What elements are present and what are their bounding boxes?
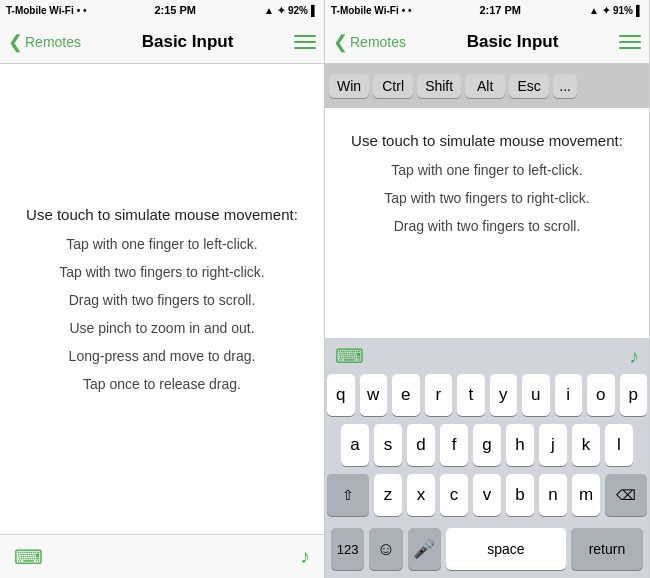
left-panel: T-Mobile Wi-Fi • • 2:15 PM ▲ ✦ 92% ▌ ❮ R… bbox=[0, 0, 325, 578]
right-bluetooth-icon: ✦ bbox=[602, 5, 610, 16]
key-m[interactable]: m bbox=[572, 474, 600, 516]
right-chevron-icon: ❮ bbox=[333, 31, 348, 53]
left-status-right: ▲ ✦ 92% ▌ bbox=[264, 5, 318, 16]
kb-row-1: q w e r t y u i o p bbox=[327, 374, 647, 416]
mod-shift[interactable]: Shift bbox=[417, 74, 461, 98]
left-bottom-bar: ⌨ ♪ bbox=[0, 534, 324, 578]
key-b[interactable]: b bbox=[506, 474, 534, 516]
key-y[interactable]: y bbox=[490, 374, 518, 416]
numbers-key[interactable]: 123 bbox=[331, 528, 364, 570]
left-chevron-icon: ❮ bbox=[8, 31, 23, 53]
left-line-0: Use touch to simulate mouse movement: bbox=[26, 200, 298, 230]
right-content: Use touch to simulate mouse movement: Ta… bbox=[325, 108, 649, 338]
right-line-2: Tap with two fingers to right-click. bbox=[384, 184, 589, 212]
key-w[interactable]: w bbox=[360, 374, 388, 416]
right-line-0: Use touch to simulate mouse movement: bbox=[351, 126, 623, 156]
key-u[interactable]: u bbox=[522, 374, 550, 416]
mod-win[interactable]: Win bbox=[329, 74, 369, 98]
return-key[interactable]: return bbox=[571, 528, 643, 570]
right-menu-button[interactable] bbox=[619, 35, 641, 49]
right-wifi-icon: • • bbox=[402, 5, 412, 16]
right-status-bar: T-Mobile Wi-Fi • • 2:17 PM ▲ ✦ 91% ▌ bbox=[325, 0, 649, 20]
left-nav-bar: ❮ Remotes Basic Input bbox=[0, 20, 324, 64]
key-n[interactable]: n bbox=[539, 474, 567, 516]
key-g[interactable]: g bbox=[473, 424, 501, 466]
left-line-3: Drag with two fingers to scroll. bbox=[69, 286, 256, 314]
shift-key[interactable]: ⇧ bbox=[327, 474, 369, 516]
kb-rows: q w e r t y u i o p a s d f g h j k bbox=[325, 374, 649, 578]
right-signal-icon: ▲ bbox=[589, 5, 599, 16]
key-f[interactable]: f bbox=[440, 424, 468, 466]
left-bluetooth-icon: ✦ bbox=[277, 5, 285, 16]
key-j[interactable]: j bbox=[539, 424, 567, 466]
space-key[interactable]: space bbox=[446, 528, 566, 570]
kb-row-3: ⇧ z x c v b n m ⌫ bbox=[327, 474, 647, 516]
right-back-button[interactable]: ❮ Remotes bbox=[333, 31, 406, 53]
left-status-bar: T-Mobile Wi-Fi • • 2:15 PM ▲ ✦ 92% ▌ bbox=[0, 0, 324, 20]
key-a[interactable]: a bbox=[341, 424, 369, 466]
left-nav-title: Basic Input bbox=[142, 32, 234, 52]
left-menu-button[interactable] bbox=[294, 35, 316, 49]
right-back-label: Remotes bbox=[350, 34, 406, 50]
mic-key[interactable]: 🎤 bbox=[408, 528, 441, 570]
left-status-left: T-Mobile Wi-Fi • • bbox=[6, 5, 86, 16]
key-i[interactable]: i bbox=[555, 374, 583, 416]
right-keyboard-icon[interactable]: ⌨ bbox=[335, 344, 364, 368]
left-back-label: Remotes bbox=[25, 34, 81, 50]
key-h[interactable]: h bbox=[506, 424, 534, 466]
left-battery-icon: ▌ bbox=[311, 5, 318, 16]
mod-esc[interactable]: Esc bbox=[509, 74, 549, 98]
left-content: Use touch to simulate mouse movement: Ta… bbox=[0, 64, 324, 534]
key-d[interactable]: d bbox=[407, 424, 435, 466]
right-status-left: T-Mobile Wi-Fi • • bbox=[331, 5, 411, 16]
left-line-6: Tap once to release drag. bbox=[83, 370, 241, 398]
kb-top-row: ⌨ ♪ bbox=[325, 338, 649, 374]
key-k[interactable]: k bbox=[572, 424, 600, 466]
right-time: 2:17 PM bbox=[479, 4, 521, 16]
right-nav-bar: ❮ Remotes Basic Input bbox=[325, 20, 649, 64]
left-line-5: Long-press and move to drag. bbox=[69, 342, 256, 370]
key-o[interactable]: o bbox=[587, 374, 615, 416]
left-line-2: Tap with two fingers to right-click. bbox=[59, 258, 264, 286]
left-music-note-icon[interactable]: ♪ bbox=[300, 545, 310, 568]
right-status-right: ▲ ✦ 91% ▌ bbox=[589, 5, 643, 16]
right-panel: T-Mobile Wi-Fi • • 2:17 PM ▲ ✦ 91% ▌ ❮ R… bbox=[325, 0, 650, 578]
key-x[interactable]: x bbox=[407, 474, 435, 516]
right-line-3: Drag with two fingers to scroll. bbox=[394, 212, 581, 240]
right-battery: 91% bbox=[613, 5, 633, 16]
key-p[interactable]: p bbox=[620, 374, 648, 416]
emoji-key[interactable]: ☺ bbox=[369, 528, 402, 570]
left-carrier: T-Mobile Wi-Fi bbox=[6, 5, 74, 16]
right-battery-icon: ▌ bbox=[636, 5, 643, 16]
right-line-1: Tap with one finger to left-click. bbox=[391, 156, 582, 184]
delete-key[interactable]: ⌫ bbox=[605, 474, 647, 516]
modifier-bar: Win Ctrl Shift Alt Esc ... bbox=[325, 64, 649, 108]
key-l[interactable]: l bbox=[605, 424, 633, 466]
kb-bottom-row: 123 ☺ 🎤 space return bbox=[327, 524, 647, 576]
right-carrier: T-Mobile Wi-Fi bbox=[331, 5, 399, 16]
left-back-button[interactable]: ❮ Remotes bbox=[8, 31, 81, 53]
right-nav-title: Basic Input bbox=[467, 32, 559, 52]
mod-ctrl[interactable]: Ctrl bbox=[373, 74, 413, 98]
left-signal-icon: ▲ bbox=[264, 5, 274, 16]
key-t[interactable]: t bbox=[457, 374, 485, 416]
left-battery: 92% bbox=[288, 5, 308, 16]
ios-keyboard: ⌨ ♪ q w e r t y u i o p a s d bbox=[325, 338, 649, 578]
left-time: 2:15 PM bbox=[154, 4, 196, 16]
key-s[interactable]: s bbox=[374, 424, 402, 466]
mod-more[interactable]: ... bbox=[553, 74, 577, 98]
kb-row-2: a s d f g h j k l bbox=[327, 424, 647, 466]
left-line-1: Tap with one finger to left-click. bbox=[66, 230, 257, 258]
left-wifi-icon: • • bbox=[77, 5, 87, 16]
key-r[interactable]: r bbox=[425, 374, 453, 416]
key-q[interactable]: q bbox=[327, 374, 355, 416]
key-c[interactable]: c bbox=[440, 474, 468, 516]
mod-alt[interactable]: Alt bbox=[465, 74, 505, 98]
left-keyboard-icon[interactable]: ⌨ bbox=[14, 545, 43, 569]
key-e[interactable]: e bbox=[392, 374, 420, 416]
left-line-4: Use pinch to zoom in and out. bbox=[69, 314, 254, 342]
right-music-note-icon[interactable]: ♪ bbox=[629, 345, 639, 368]
key-z[interactable]: z bbox=[374, 474, 402, 516]
key-v[interactable]: v bbox=[473, 474, 501, 516]
